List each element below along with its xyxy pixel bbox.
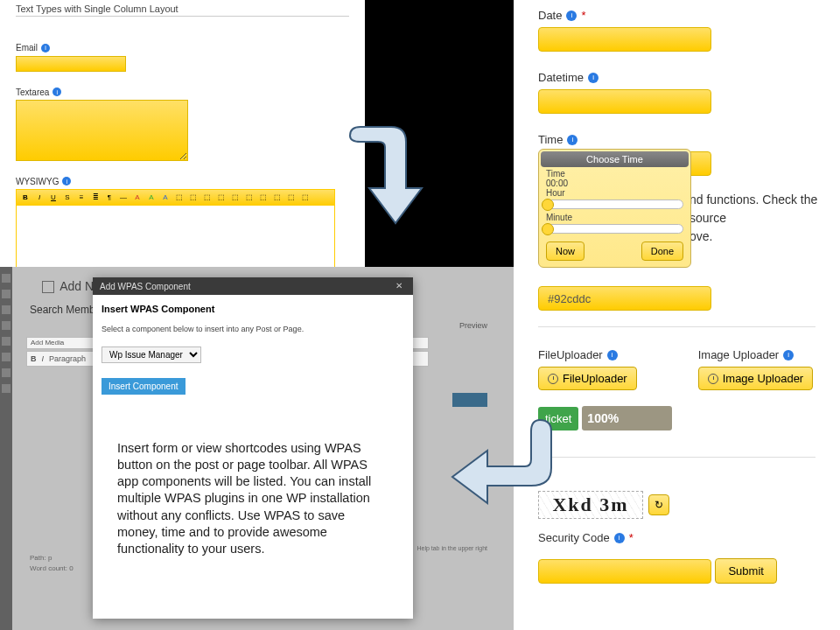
info-icon[interactable]: i bbox=[41, 44, 50, 52]
align-button[interactable]: ¶ bbox=[104, 192, 115, 203]
modal-title: Add WPAS Component bbox=[100, 282, 191, 291]
timepicker-now-button[interactable]: Now bbox=[546, 242, 584, 261]
time-label: Time i bbox=[538, 133, 816, 146]
fileuploader-button[interactable]: FileUploader bbox=[538, 367, 637, 390]
upload-icon bbox=[548, 374, 558, 384]
help-hint: Help tab in the upper right bbox=[416, 545, 487, 551]
color-button[interactable]: A bbox=[146, 192, 157, 203]
list-button[interactable]: ≡ bbox=[76, 192, 87, 203]
modal-titlebar: Add WPAS Component ✕ bbox=[93, 277, 413, 295]
info-icon[interactable]: i bbox=[588, 73, 598, 83]
wpas-modal: Add WPAS Component ✕ Insert WPAS Compone… bbox=[93, 277, 413, 619]
search-label: Search Membe bbox=[30, 304, 101, 316]
color-field[interactable] bbox=[538, 286, 711, 311]
tool-button[interactable]: ⬚ bbox=[188, 192, 199, 203]
datetime-field[interactable] bbox=[538, 89, 711, 114]
modal-body: Insert WPAS Component Select a component… bbox=[93, 295, 413, 566]
date-label: Date i * bbox=[538, 9, 816, 22]
tool-button[interactable]: ⬚ bbox=[202, 192, 213, 203]
slider-handle[interactable] bbox=[542, 199, 554, 211]
wysiwyg-label: WYSIWYG i bbox=[16, 177, 349, 186]
security-code-label: Security Code i * bbox=[538, 531, 816, 544]
tool-button[interactable]: ⬚ bbox=[300, 192, 311, 203]
upload-icon bbox=[708, 374, 718, 384]
flow-arrow-icon bbox=[448, 416, 562, 521]
timepicker-time-value: 00:00 bbox=[541, 178, 689, 188]
flow-arrow-icon bbox=[343, 122, 426, 228]
numlist-button[interactable]: ≣ bbox=[90, 192, 101, 203]
info-icon[interactable]: i bbox=[566, 10, 577, 21]
add-media-button[interactable]: Add Media bbox=[31, 339, 64, 346]
fileuploader-label: FileUploader i bbox=[538, 348, 637, 361]
progress-bar: 100% bbox=[582, 406, 672, 430]
info-icon[interactable]: i bbox=[783, 350, 794, 360]
publish-button[interactable] bbox=[452, 393, 487, 407]
wysiwyg-toolbar: B I U S ≡ ≣ ¶ — A A A ⬚ ⬚ ⬚ ⬚ ⬚ ⬚ ⬚ ⬚ ⬚ … bbox=[17, 190, 334, 206]
editor-path: Path: p bbox=[30, 554, 52, 562]
strike-button[interactable]: S bbox=[62, 192, 73, 203]
italic-button[interactable]: I bbox=[34, 192, 45, 203]
required-icon: * bbox=[581, 9, 585, 22]
hr-button[interactable]: — bbox=[118, 192, 129, 203]
email-field[interactable] bbox=[16, 56, 126, 72]
divider bbox=[538, 326, 816, 327]
pin-icon bbox=[42, 281, 54, 293]
word-count: Word count: 0 bbox=[30, 564, 74, 572]
tool-button[interactable]: ⬚ bbox=[230, 192, 241, 203]
form-fields-panel: Date i * Datetime i Time i FileUploader … bbox=[514, 0, 840, 630]
hour-slider[interactable] bbox=[546, 200, 683, 209]
security-code-field[interactable] bbox=[538, 559, 711, 584]
italic-button[interactable]: I bbox=[42, 354, 45, 363]
bold-button[interactable]: B bbox=[20, 192, 31, 203]
captcha-refresh-button[interactable]: ↻ bbox=[648, 494, 669, 515]
submit-button[interactable]: Submit bbox=[715, 558, 776, 584]
uploader-row: FileUploader i FileUploader Image Upload… bbox=[538, 343, 816, 390]
imageuploader-label: Image Uploader i bbox=[698, 348, 814, 361]
modal-heading: Insert WPAS Component bbox=[102, 304, 404, 314]
slider-handle[interactable] bbox=[542, 223, 554, 235]
date-field[interactable] bbox=[538, 27, 711, 52]
component-select[interactable]: Wp Issue Manager bbox=[102, 346, 201, 363]
timepicker-time-label: Time bbox=[541, 169, 689, 178]
preview-button[interactable]: Preview bbox=[459, 321, 487, 330]
timepicker-done-button[interactable]: Done bbox=[641, 242, 683, 261]
timepicker-hour-label: Hour bbox=[541, 188, 689, 198]
paragraph-select[interactable]: Paragraph bbox=[49, 354, 86, 363]
divider bbox=[538, 457, 816, 458]
imageuploader-button[interactable]: Image Uploader bbox=[698, 367, 814, 390]
tool-button[interactable]: ⬚ bbox=[216, 192, 227, 203]
tool-button[interactable]: ⬚ bbox=[258, 192, 269, 203]
info-icon[interactable]: i bbox=[607, 350, 618, 360]
wp-admin-panel: Add New Search Membe Add Media B I Parag… bbox=[0, 267, 514, 630]
textarea-field[interactable] bbox=[16, 100, 188, 161]
modal-subtext: Select a component below to insert into … bbox=[102, 325, 404, 333]
textarea-label: Textarea i bbox=[16, 88, 349, 97]
modal-description: Insert form or view shortcodes using WPA… bbox=[102, 440, 404, 557]
wysiwyg-editor: B I U S ≡ ≣ ¶ — A A A ⬚ ⬚ ⬚ ⬚ ⬚ ⬚ ⬚ ⬚ ⬚ … bbox=[16, 189, 335, 278]
color-button[interactable]: A bbox=[132, 192, 143, 203]
overflow-text: nd functions. Check the source ove. bbox=[690, 191, 840, 246]
upload-status: ticket 100% bbox=[538, 406, 816, 430]
bold-button[interactable]: B bbox=[31, 354, 37, 363]
text-types-panel: Text Types with Single Column Layout Ema… bbox=[0, 0, 365, 267]
color-button[interactable]: A bbox=[160, 192, 171, 203]
info-icon[interactable]: i bbox=[52, 88, 61, 96]
tool-button[interactable]: ⬚ bbox=[286, 192, 297, 203]
underline-button[interactable]: U bbox=[48, 192, 59, 203]
datetime-label: Datetime i bbox=[538, 71, 816, 84]
info-icon[interactable]: i bbox=[614, 533, 625, 543]
timepicker-popover: Choose Time Time 00:00 Hour Minute Now D… bbox=[538, 149, 691, 268]
info-icon[interactable]: i bbox=[62, 177, 71, 186]
insert-component-button[interactable]: Insert Component bbox=[102, 378, 186, 395]
timepicker-header: Choose Time bbox=[541, 151, 689, 167]
close-icon[interactable]: ✕ bbox=[396, 281, 406, 291]
tool-button[interactable]: ⬚ bbox=[174, 192, 185, 203]
tool-button[interactable]: ⬚ bbox=[272, 192, 283, 203]
minute-slider[interactable] bbox=[546, 224, 683, 234]
tool-button[interactable]: ⬚ bbox=[244, 192, 255, 203]
captcha-row: Xkd 3m ↻ bbox=[538, 491, 816, 519]
info-icon[interactable]: i bbox=[567, 135, 578, 145]
required-icon: * bbox=[629, 531, 634, 544]
email-label: Email i bbox=[16, 43, 349, 52]
timepicker-minute-label: Minute bbox=[541, 213, 689, 222]
